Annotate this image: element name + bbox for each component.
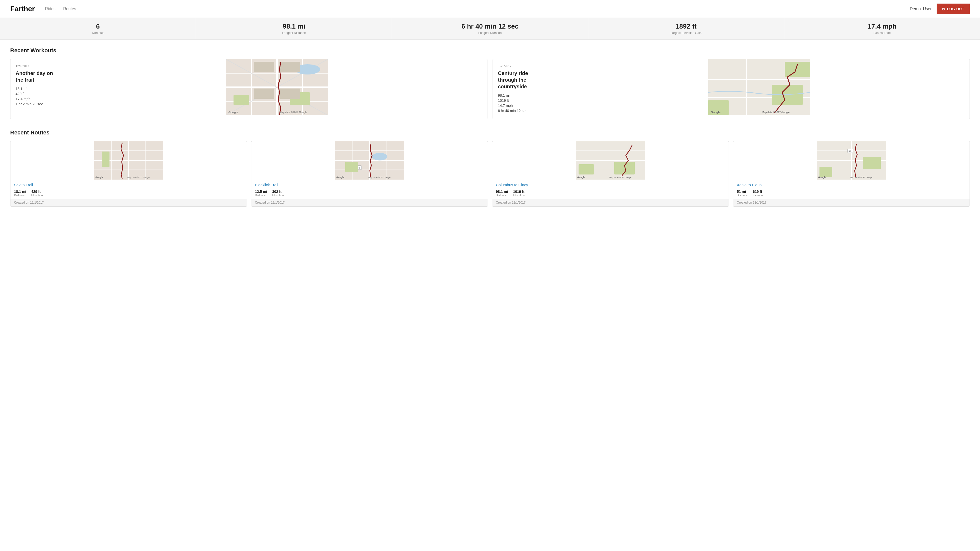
route-created-scioto: Created on 12/1/2017: [11, 199, 247, 206]
svg-rect-64: [863, 157, 881, 169]
svg-text:Google: Google: [818, 176, 826, 179]
svg-rect-65: [819, 167, 832, 177]
svg-rect-34: [102, 151, 110, 167]
route-name-blacklick: Blacklick Trail: [255, 183, 484, 187]
svg-text:Google: Google: [336, 176, 344, 179]
stat-elevation: 1892 ft Largest Elevation Gain: [588, 18, 784, 39]
route-card-blacklick[interactable]: 104 Google Map data ©2017 Google Blackli…: [251, 141, 488, 206]
svg-rect-12: [254, 62, 274, 72]
workout-stat-1-1: 429 ft: [16, 92, 62, 96]
route-card-scioto[interactable]: Google Map data ©2017 Google Scioto Trai…: [10, 141, 247, 206]
route-stats-xenia: 51 mi Distance 619 ft Elevation: [737, 189, 966, 197]
route-elev-lbl-xenia: Elevation: [753, 194, 764, 197]
main-nav: Rides Routes: [45, 6, 910, 11]
logout-button[interactable]: ⎋ LOG OUT: [937, 3, 970, 14]
workout-stat-2-1: 1019 ft: [498, 98, 544, 103]
workout-title-1: Another day on the trail: [16, 70, 62, 83]
username: Demo_User: [910, 6, 932, 11]
header: Farther Rides Routes Demo_User ⎋ LOG OUT: [0, 0, 980, 18]
route-stats-blacklick: 12.5 mi Distance 302 ft Elevation: [255, 189, 484, 197]
workouts-grid: 12/1/2017 Another day on the trail 18.1 …: [10, 59, 970, 119]
route-dist-val-scioto: 18.1 mi: [14, 189, 26, 194]
stat-workouts-label: Workouts: [3, 31, 193, 35]
route-map-scioto: Google Map data ©2017 Google: [11, 141, 247, 179]
stat-speed: 17.4 mph Fastest Ride: [784, 18, 980, 39]
route-info-xenia: Xenia to Piqua 51 mi Distance 619 ft Ele…: [733, 179, 969, 206]
workout-stat-2-0: 98.1 mi: [498, 94, 544, 97]
route-stats-columbus: 98.1 mi Distance 1019 ft Elevation: [496, 189, 725, 197]
svg-text:Google: Google: [711, 111, 721, 114]
stat-duration-label: Longest Duration: [395, 31, 585, 35]
workout-stat-2-2: 14.7 mph: [498, 103, 544, 108]
main-content: Recent Workouts 12/1/2017 Another day on…: [0, 40, 980, 214]
workout-card-1[interactable]: 12/1/2017 Another day on the trail 18.1 …: [10, 59, 487, 119]
route-dist-scioto: 18.1 mi Distance: [14, 189, 26, 197]
route-dist-lbl-xenia: Distance: [737, 194, 748, 197]
route-elev-lbl-blacklick: Elevation: [272, 194, 283, 197]
route-created-xenia: Created on 12/1/2017: [733, 199, 969, 206]
stat-workouts-value: 6: [3, 22, 193, 30]
route-elev-scioto: 429 ft Elevation: [31, 189, 43, 197]
svg-text:Map data ©2017 Google: Map data ©2017 Google: [850, 176, 873, 179]
workout-title-2: Century ride through the countryside: [498, 70, 544, 90]
stat-distance-value: 98.1 mi: [199, 22, 389, 30]
workout-stat-1-2: 17.4 mph: [16, 97, 62, 101]
svg-rect-47: [345, 162, 358, 172]
route-card-columbus[interactable]: Google Map data ©2017 Google Columbus to…: [492, 141, 729, 206]
route-dist-val-blacklick: 12.5 mi: [255, 189, 267, 194]
nav-routes[interactable]: Routes: [63, 6, 76, 11]
route-stats-scioto: 18.1 mi Distance 429 ft Elevation: [14, 189, 243, 197]
workout-map-1: Google Map data ©2017 Google: [67, 59, 487, 119]
app-logo: Farther: [10, 5, 35, 13]
svg-rect-15: [280, 89, 300, 99]
route-map-blacklick: 104 Google Map data ©2017 Google: [251, 141, 488, 179]
route-name-columbus: Columbus to Cincy: [496, 183, 725, 187]
svg-rect-13: [280, 62, 300, 72]
route-dist-lbl-blacklick: Distance: [255, 194, 267, 197]
route-card-xenia[interactable]: 36 Google Map data ©2017 Google Xenia to…: [733, 141, 970, 206]
workout-map-2: Google Map data ©2017 Google: [549, 59, 969, 119]
route-elev-val-scioto: 429 ft: [31, 189, 43, 194]
header-right: Demo_User ⎋ LOG OUT: [910, 3, 970, 14]
workout-date-2: 12/1/2017: [498, 64, 544, 68]
svg-rect-14: [254, 89, 274, 99]
routes-grid: Google Map data ©2017 Google Scioto Trai…: [10, 141, 970, 206]
route-dist-xenia: 51 mi Distance: [737, 189, 748, 197]
svg-rect-55: [579, 164, 594, 175]
svg-text:Google: Google: [95, 176, 103, 179]
workout-stat-2-3: 6 hr 40 min 12 sec: [498, 109, 544, 113]
route-elev-columbus: 1019 ft Elevation: [513, 189, 525, 197]
workouts-section-title: Recent Workouts: [10, 47, 970, 54]
svg-rect-24: [785, 62, 810, 77]
route-created-blacklick: Created on 12/1/2017: [251, 199, 488, 206]
workout-card-2[interactable]: 12/1/2017 Century ride through the count…: [493, 59, 970, 119]
stat-speed-label: Fastest Ride: [787, 31, 977, 35]
logout-icon: ⎋: [942, 6, 945, 11]
route-elev-lbl-columbus: Elevation: [513, 194, 525, 197]
svg-text:Map data ©2017 Google: Map data ©2017 Google: [368, 176, 391, 179]
stat-elevation-label: Largest Elevation Gain: [591, 31, 781, 35]
route-elev-val-xenia: 619 ft: [753, 189, 764, 194]
route-name-scioto: Scioto Trail: [14, 183, 243, 187]
stat-elevation-value: 1892 ft: [591, 22, 781, 30]
nav-rides[interactable]: Rides: [45, 6, 56, 11]
workout-stat-1-3: 1 hr 2 min 23 sec: [16, 102, 62, 106]
svg-text:Google: Google: [228, 111, 238, 114]
route-map-xenia: 36 Google Map data ©2017 Google: [733, 141, 969, 179]
route-dist-columbus: 98.1 mi Distance: [496, 189, 508, 197]
svg-point-44: [372, 153, 387, 160]
stat-distance: 98.1 mi Longest Distance: [196, 18, 392, 39]
stat-distance-label: Longest Distance: [199, 31, 389, 35]
routes-section-title: Recent Routes: [10, 129, 970, 136]
route-elev-xenia: 619 ft Elevation: [753, 189, 764, 197]
svg-text:Map data ©2017 Google: Map data ©2017 Google: [280, 111, 307, 114]
route-info-columbus: Columbus to Cincy 98.1 mi Distance 1019 …: [492, 179, 729, 206]
svg-rect-10: [234, 95, 249, 105]
route-elev-val-columbus: 1019 ft: [513, 189, 525, 194]
route-dist-blacklick: 12.5 mi Distance: [255, 189, 267, 197]
route-name-xenia: Xenia to Piqua: [737, 183, 966, 187]
workout-info-2: 12/1/2017 Century ride through the count…: [493, 59, 549, 119]
route-dist-lbl-columbus: Distance: [496, 194, 508, 197]
route-elev-lbl-scioto: Elevation: [31, 194, 43, 197]
route-elev-val-blacklick: 302 ft: [272, 189, 283, 194]
